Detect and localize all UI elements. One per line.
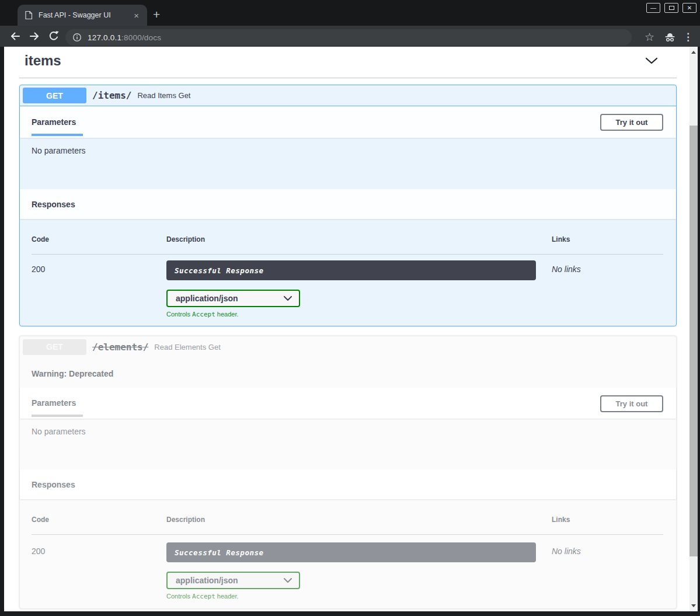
parameters-body: No parameters — [20, 419, 676, 469]
page-scrollbar[interactable] — [689, 47, 698, 611]
forward-icon[interactable] — [29, 30, 40, 42]
chevron-down-icon — [284, 578, 292, 583]
parameters-header: Parameters Try it out — [20, 106, 676, 138]
try-it-out-button[interactable]: Try it out — [600, 114, 663, 131]
browser-tab[interactable]: Fast API - Swagger UI × — [18, 5, 147, 26]
responses-table: Code Description Links 200 Successful Re… — [20, 219, 676, 326]
endpoint-summary: Read Items Get — [137, 91, 190, 100]
opblock-get-items: GET /items/ Read Items Get Parameters Tr… — [19, 85, 677, 326]
opblock-get-elements-deprecated: GET /elements/ Read Elements Get Warning… — [19, 336, 677, 609]
endpoint-path: /items/ — [92, 90, 131, 101]
reload-icon[interactable] — [48, 30, 60, 42]
chevron-down-icon — [284, 296, 292, 301]
scrollbar-thumb[interactable] — [689, 126, 698, 556]
deprecated-warning: Warning: Deprecated — [32, 369, 113, 378]
media-type-value: application/json — [176, 294, 238, 303]
address-bar[interactable]: 127.0.0.1:8000/docs — [65, 29, 632, 46]
parameters-header: Parameters Try it out — [20, 388, 676, 419]
browser-toolbar: 127.0.0.1:8000/docs ☆ ⋮ — [0, 26, 700, 47]
no-parameters-text: No parameters — [32, 427, 86, 436]
tag-title: items — [25, 53, 61, 69]
back-icon[interactable] — [9, 30, 21, 42]
code-header: Code — [32, 516, 166, 524]
browser-menu-icon[interactable]: ⋮ — [683, 29, 693, 44]
tab-close-icon[interactable]: × — [131, 10, 141, 21]
media-type-select[interactable]: application/json — [166, 572, 300, 589]
page-content: items GET /items/ Read Items Get Paramet… — [4, 47, 689, 611]
try-it-out-button[interactable]: Try it out — [600, 395, 663, 412]
response-row: 200 Successful Response application/json — [32, 535, 663, 600]
site-info-icon[interactable] — [72, 33, 82, 42]
chevron-down-icon[interactable] — [645, 57, 658, 64]
parameters-body: No parameters — [20, 138, 676, 189]
opblock-summary[interactable]: GET /elements/ Read Elements Get — [20, 336, 676, 357]
tab-title: Fast API - Swagger UI — [39, 11, 131, 19]
description-header: Description — [166, 516, 552, 524]
tab-bar: Fast API - Swagger UI × + — ✕ — [0, 0, 700, 26]
accept-header-note: Controls Accept header. — [166, 311, 552, 318]
response-description: Successful Response — [175, 548, 264, 557]
url-host: 127.0.0.1 — [88, 33, 121, 42]
url-text: 127.0.0.1:8000/docs — [88, 33, 161, 42]
no-parameters-text: No parameters — [32, 146, 86, 155]
divider — [19, 78, 677, 78]
links-value: No links — [552, 542, 663, 600]
status-code: 200 — [32, 260, 166, 318]
page-favicon-icon — [25, 11, 33, 20]
responses-table-head: Code Description Links — [32, 507, 663, 535]
links-header: Links — [552, 516, 663, 524]
code-header: Code — [32, 235, 166, 243]
responses-header: Responses — [20, 469, 676, 499]
tab-parameters[interactable]: Parameters — [32, 398, 83, 417]
url-path: :8000/docs — [121, 33, 161, 42]
media-type-value: application/json — [176, 576, 238, 585]
description-header: Description — [166, 235, 552, 243]
accept-header-note: Controls Accept header. — [166, 593, 552, 600]
browser-window: Fast API - Swagger UI × + — ✕ — [0, 0, 700, 616]
method-badge: GET — [23, 339, 86, 355]
response-row: 200 Successful Response application/json — [32, 255, 663, 318]
close-window-icon[interactable]: ✕ — [682, 3, 696, 13]
scroll-up-icon[interactable] — [691, 51, 696, 54]
response-description: Successful Response — [175, 266, 264, 275]
window-controls: — ✕ — [646, 3, 696, 13]
tab-parameters[interactable]: Parameters — [32, 117, 83, 136]
bookmark-star-icon[interactable]: ☆ — [645, 29, 654, 44]
status-code: 200 — [32, 542, 166, 600]
responses-table: Code Description Links 200 Successful Re… — [20, 499, 676, 608]
method-badge: GET — [23, 88, 86, 103]
links-header: Links — [552, 235, 663, 243]
response-description-block: Successful Response — [166, 542, 536, 562]
opblock-summary[interactable]: GET /items/ Read Items Get — [20, 85, 676, 106]
responses-title: Responses — [32, 480, 75, 489]
scroll-down-icon[interactable] — [691, 604, 696, 607]
incognito-icon — [664, 29, 675, 44]
responses-table-head: Code Description Links — [32, 227, 663, 255]
responses-header: Responses — [20, 189, 676, 219]
endpoint-summary: Read Elements Get — [154, 343, 220, 351]
maximize-icon[interactable] — [664, 3, 678, 13]
links-value: No links — [552, 260, 663, 318]
responses-title: Responses — [32, 200, 75, 209]
new-tab-icon[interactable]: + — [153, 8, 160, 20]
media-type-select[interactable]: application/json — [166, 290, 300, 307]
endpoint-path: /elements/ — [92, 342, 148, 353]
minimize-icon[interactable]: — — [646, 3, 660, 13]
response-description-block: Successful Response — [166, 260, 536, 280]
deprecation-warning-wrapper: Warning: Deprecated — [20, 357, 676, 388]
tag-section-header[interactable]: items — [19, 47, 677, 69]
